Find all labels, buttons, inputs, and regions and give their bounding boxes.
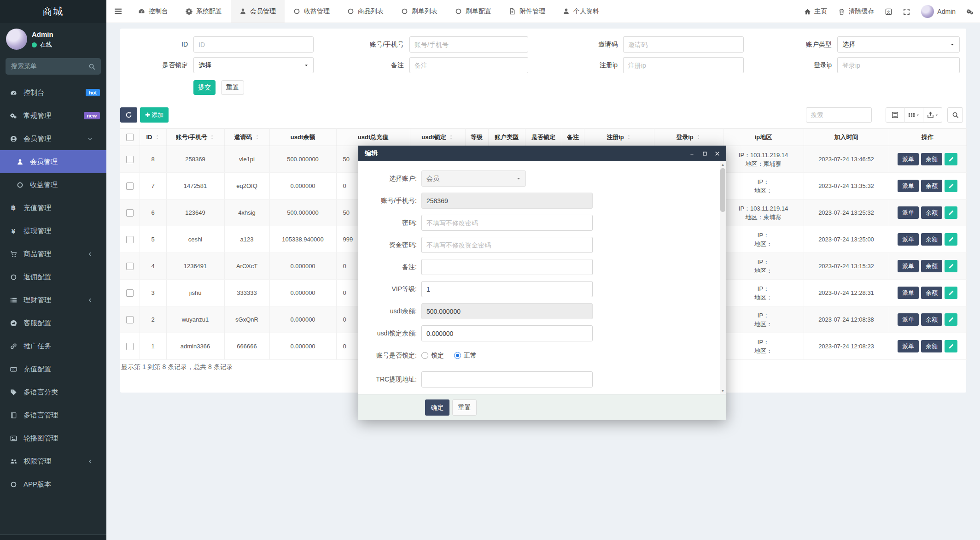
sidebar-search-input[interactable]: 搜索菜单 [6,58,101,75]
sidebar-item-17[interactable]: 权限管理 [0,450,106,473]
scrollbar-thumb[interactable] [720,168,725,212]
dialog-input-3[interactable] [421,215,593,231]
sidebar-item-16[interactable]: 轮播图管理 [0,427,106,450]
edit-button[interactable] [945,340,957,352]
sidebar-item-9[interactable]: 返佣配置 [0,265,106,288]
filter-input-8[interactable] [837,57,960,73]
export-button[interactable] [923,107,942,123]
edit-button[interactable] [945,180,957,192]
dialog-input-10[interactable] [421,371,593,387]
clear-cache-button[interactable]: 清除缓存 [838,7,874,16]
sidebar-item-6[interactable]: ฿充值管理 [0,196,106,219]
language-button[interactable]: 文 [885,8,892,15]
column-header-7[interactable]: usdt锁定 [410,129,465,146]
dialog-scrollbar[interactable]: ▲ ▼ [720,161,726,394]
scroll-up-icon[interactable]: ▲ [720,161,726,168]
sidebar-item-14[interactable]: 多语言分类 [0,381,106,404]
settings-button[interactable] [967,8,974,15]
add-button[interactable]: ✚添加 [140,107,169,123]
sidebar-item-1[interactable]: 控制台hot [0,81,106,104]
dialog-input-7[interactable] [421,303,593,319]
confirm-button[interactable]: 确定 [425,399,449,416]
row-checkbox[interactable] [126,209,134,217]
reset-button[interactable]: 重置 [221,80,244,95]
column-header-13[interactable]: 登录ip [654,129,723,146]
dispatch-button[interactable]: 派单 [898,180,919,192]
column-header-12[interactable]: 注册ip [584,129,654,146]
radio-option[interactable]: 正常 [454,352,477,360]
balance-button[interactable]: 余额 [921,260,942,272]
sidebar-item-15[interactable]: 多语言管理 [0,404,106,427]
tab-6[interactable]: 刷单列表 [392,0,446,23]
close-icon[interactable] [715,151,720,156]
admin-profile[interactable]: Admin [921,5,956,18]
dialog-reset-button[interactable]: 重置 [452,399,477,416]
balance-button[interactable]: 余额 [921,233,942,246]
radio-option[interactable]: 锁定 [421,352,444,360]
sidebar-item-13[interactable]: CC充值配置 [0,358,106,381]
sidebar-item-12[interactable]: 推广任务 [0,335,106,358]
balance-button[interactable]: 余额 [921,340,942,352]
refresh-button[interactable] [120,107,137,123]
sidebar-item-8[interactable]: 商品管理 [0,242,106,265]
tab-1[interactable]: 控制台 [129,0,177,23]
dialog-input-5[interactable] [421,259,593,275]
tab-2[interactable]: 系统配置 [177,0,231,23]
row-checkbox[interactable] [126,289,134,297]
filter-select-4[interactable]: 选择 [837,36,960,53]
sidebar-item-7[interactable]: ¥提现管理 [0,219,106,242]
filter-input-2[interactable] [409,36,528,53]
radio-unchecked-icon[interactable] [421,352,428,359]
balance-button[interactable]: 余额 [921,153,942,165]
dispatch-button[interactable]: 派单 [898,153,919,165]
table-search-input[interactable] [806,107,872,123]
detail-view-button[interactable] [886,107,904,123]
filter-select-5[interactable]: 选择 [193,57,314,73]
dialog-input-2[interactable] [421,193,593,209]
row-checkbox[interactable] [126,316,134,323]
edit-button[interactable] [945,206,957,219]
dialog-input-4[interactable] [421,237,593,253]
scroll-down-icon[interactable]: ▼ [720,387,726,394]
sidebar-item-18[interactable]: APP版本 [0,473,106,496]
dispatch-button[interactable]: 派单 [898,287,919,299]
edit-button[interactable] [945,233,957,246]
sidebar-item-5[interactable]: 收益管理 [0,173,106,196]
edit-dialog-header[interactable]: 编辑 [358,146,726,161]
column-header-2[interactable]: ID [140,129,166,146]
balance-button[interactable]: 余额 [921,313,942,326]
sidebar-item-4[interactable]: 会员管理 [0,150,106,173]
balance-button[interactable]: 余额 [921,180,942,192]
tab-9[interactable]: 个人资料 [554,0,608,23]
column-header-4[interactable]: 邀请码 [224,129,269,146]
dispatch-button[interactable]: 派单 [898,260,919,272]
column-header-3[interactable]: 账号/手机号 [166,129,224,146]
app-logo[interactable]: 商城 [0,0,106,23]
dispatch-button[interactable]: 派单 [898,340,919,352]
hamburger-menu-button[interactable] [106,0,129,23]
dialog-input-6[interactable] [421,281,593,297]
account-type-select[interactable]: 会员 [421,170,526,187]
row-checkbox[interactable] [126,156,134,163]
sidebar-item-10[interactable]: 理财管理 [0,288,106,311]
filter-input-1[interactable] [193,36,314,53]
row-checkbox[interactable] [126,182,134,190]
minimize-button[interactable] [690,151,695,156]
sidebar-item-2[interactable]: 常规管理new [0,104,106,127]
filter-input-3[interactable] [623,36,744,53]
columns-button[interactable] [904,107,923,123]
balance-button[interactable]: 余额 [921,287,942,299]
select-all-checkbox[interactable] [126,134,134,141]
edit-button[interactable] [945,287,957,299]
dispatch-button[interactable]: 派单 [898,233,919,246]
maximize-button[interactable] [702,151,707,156]
tab-5[interactable]: 商品列表 [338,0,392,23]
filter-input-6[interactable] [409,57,528,73]
sidebar-item-3[interactable]: 会员管理 [0,127,106,150]
row-checkbox[interactable] [126,236,134,243]
tab-7[interactable]: 刷单配置 [446,0,500,23]
filter-input-7[interactable] [623,57,744,73]
tab-8[interactable]: 附件管理 [500,0,554,23]
tab-3[interactable]: 会员管理 [231,0,285,23]
dispatch-button[interactable]: 派单 [898,206,919,219]
